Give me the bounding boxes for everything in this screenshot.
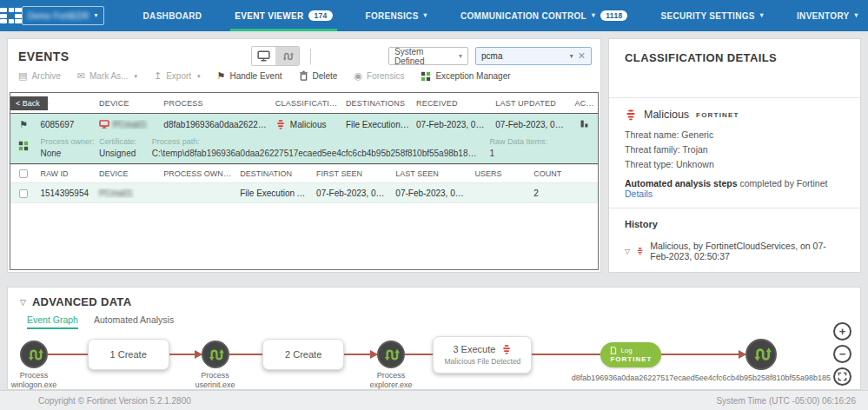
process-hash: d8fab196936a0daa26227... (160, 120, 271, 129)
action-icon[interactable] (580, 119, 589, 129)
nav-forensics[interactable]: FORENSICS ▾ (349, 0, 444, 31)
zoom-out-button[interactable]: − (833, 345, 851, 363)
exception-manager-button[interactable]: Exception Manager (421, 71, 510, 82)
export-icon: ↥ (154, 71, 162, 81)
nav-event-viewer[interactable]: EVENT VIEWER 174 (218, 0, 348, 31)
graph-log-node[interactable]: Log FORTINET (600, 342, 661, 367)
details-link[interactable]: Details (625, 188, 653, 199)
col-device: DEVICE (96, 169, 160, 178)
process-icon (206, 347, 224, 363)
export-button[interactable]: ↥ Export ▾ (154, 71, 201, 81)
process-icon (381, 347, 400, 363)
archive-icon: ▤ (18, 71, 27, 81)
event-graph: Processwinlogon.exe 1 Create Processuser… (20, 329, 777, 380)
events-title: EVENTS (18, 50, 251, 63)
collapse-caret-icon[interactable]: ▽ (20, 298, 26, 307)
graph-action-execute[interactable]: 3 Execute Malicious File Detected (433, 336, 532, 374)
system-time: System Time (UTC -05:00) 06:16:26 (716, 396, 856, 406)
chevron-down-icon: ▾ (424, 12, 427, 19)
footer: Copyright © Fortinet Version 5.2.1.2800 … (0, 390, 868, 410)
received-value: 07-Feb-2023, 02:50:08 (413, 120, 492, 129)
chevron-down-icon: ▾ (570, 53, 573, 60)
advanced-tabs: Event Graph Automated Analysis (27, 314, 174, 329)
chevron-down-icon: ▾ (592, 12, 595, 19)
verdict-label: Malicious (644, 109, 689, 121)
nav-security-settings[interactable]: SECURITY SETTINGS ▾ (644, 0, 780, 31)
organization-dropdown[interactable]: Demo FortiEDR ▾ (22, 6, 104, 25)
events-header: EVENTS System Defined ▾ (8, 39, 600, 67)
threat-type: Threat type: Unknown (625, 159, 845, 169)
last-updated-value: 07-Feb-2023, 02:50:40 (492, 120, 571, 129)
graph-node-userinit[interactable]: Processuserinit.exe (202, 341, 229, 368)
process-view-button[interactable] (275, 47, 299, 65)
graph-edge-arrow (169, 354, 202, 355)
graph-node-winlogon[interactable]: Processwinlogon.exe (20, 341, 48, 368)
clear-search-icon[interactable]: ✕ (578, 50, 586, 62)
chevron-down-icon: ▾ (134, 73, 137, 80)
graph-action-create-2[interactable]: 2 Create (262, 339, 344, 370)
table-row[interactable]: ⚑ 6085697 PCma01 d8fab196936a0daa26227..… (10, 114, 598, 135)
graph-edge (532, 354, 600, 355)
graph-node-malicious-file[interactable]: d8fab196936a0daa26227517ecaed5ee4cfc6cb4… (745, 339, 777, 370)
fit-view-button[interactable] (833, 367, 851, 386)
divider (310, 49, 311, 64)
tab-automated-analysis[interactable]: Automated Analysis (94, 314, 174, 329)
grid-icon[interactable] (18, 141, 29, 151)
process-icon (25, 347, 43, 363)
document-icon (610, 347, 617, 354)
device-view-button[interactable] (252, 47, 275, 65)
graph-node-explorer[interactable]: Processexplorer.exe (377, 341, 405, 368)
advanced-title: ADVANCED DATA (32, 295, 131, 308)
malicious-icon (636, 246, 644, 256)
search-input[interactable]: pcma ▾ ✕ (475, 47, 592, 65)
raw-data-items-field: Raw Data Items: 1 (487, 137, 598, 158)
graph-action-create-1[interactable]: 1 Create (88, 339, 169, 370)
malicious-icon (501, 344, 512, 354)
expand-caret-icon[interactable]: ▽ (625, 248, 630, 255)
device-name: PCma01 (99, 188, 133, 198)
nav-communication-control[interactable]: COMMUNICATION CONTROL ▾ 1118 (444, 0, 645, 31)
automated-analysis-line: Automated analysis steps completed by Fo… (625, 178, 845, 199)
col-last-seen: LAST SEEN (392, 169, 471, 178)
graph-edge-arrow (344, 354, 377, 355)
mark-as-button[interactable]: ✉ Mark As... ▾ (77, 71, 137, 81)
back-button[interactable]: < Back (10, 96, 48, 110)
raw-event-row[interactable]: 1514395954 PCma01 File Execution At... 0… (10, 183, 598, 203)
tab-event-graph[interactable]: Event Graph (27, 314, 78, 329)
nav-inventory[interactable]: INVENTORY ▾ (780, 0, 868, 31)
row-checkbox[interactable] (19, 189, 28, 198)
flag-icon: ⚑ (217, 71, 226, 81)
comm-control-badge: 1118 (600, 10, 627, 21)
certificate-field: Certificate: Unsigned (96, 137, 149, 158)
malicious-icon (625, 109, 637, 121)
device-icon (99, 120, 109, 129)
raw-id-value: 1514395954 (36, 188, 96, 198)
scope-select[interactable]: System Defined ▾ (388, 47, 468, 65)
col-destinations: DESTINATIONS (342, 99, 413, 108)
selected-event-group: ⚑ 6085697 PCma01 d8fab196936a0daa26227..… (10, 113, 598, 164)
classification-header: CLASSIFICATION DETAILS (609, 39, 860, 98)
destinations-value: File Execution At... (342, 120, 413, 129)
zoom-in-button[interactable]: + (833, 322, 851, 341)
events-filters: System Defined ▾ pcma ▾ ✕ (388, 47, 592, 65)
col-process-owner: PROCESS OWNER (160, 169, 236, 178)
col-device: DEVICE (96, 99, 160, 108)
threat-name: Threat name: Generic (625, 129, 845, 140)
select-all-checkbox[interactable] (19, 169, 28, 178)
forensics-button[interactable]: ◉ Forensics (354, 71, 404, 81)
delete-button[interactable]: Delete (299, 70, 338, 82)
nav-dashboard[interactable]: DASHBOARD (127, 0, 219, 31)
trash-icon (299, 70, 308, 82)
archive-button[interactable]: ▤ Archive (18, 71, 61, 81)
history-section: History ▽ Malicious, by FortinetCloudSer… (609, 208, 860, 272)
threat-family: Threat family: Trojan (625, 144, 845, 155)
classification-body: Malicious FORTINET Threat name: Generic … (609, 98, 860, 208)
handle-event-button[interactable]: ⚑ Handle Event (217, 71, 282, 81)
process-icon (751, 345, 772, 364)
top-navbar: Demo FortiEDR ▾ DASHBOARD EVENT VIEWER 1… (0, 0, 868, 31)
col-raw-id: RAW ID (36, 169, 96, 178)
history-entry-text: Malicious, by FortinetCloudServices, on … (650, 241, 845, 261)
col-last-updated: LAST UPDATED (492, 99, 571, 108)
copyright-text: Copyright © Fortinet Version 5.2.1.2800 (38, 396, 191, 406)
chevron-down-icon: ▾ (95, 12, 98, 19)
